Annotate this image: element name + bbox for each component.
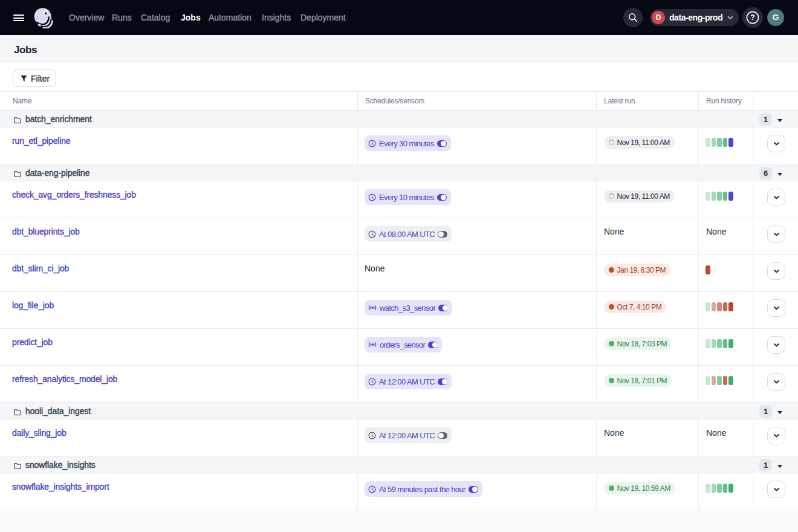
svg-text:?: ?: [750, 13, 754, 22]
